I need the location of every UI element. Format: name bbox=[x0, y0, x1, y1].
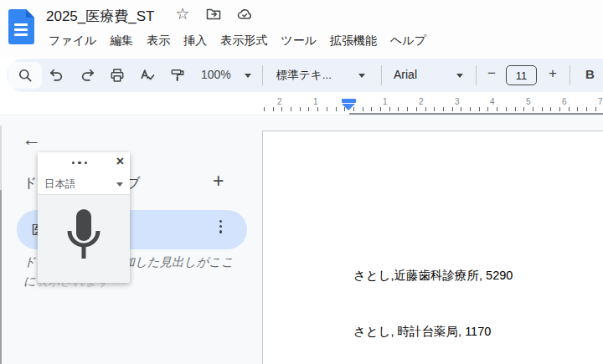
menu-view[interactable]: 表示 bbox=[140, 31, 177, 51]
font-size-decrease-button[interactable]: − bbox=[487, 65, 496, 82]
bold-button[interactable]: B bbox=[585, 67, 595, 81]
menu-insert[interactable]: 挿入 bbox=[177, 31, 214, 51]
styles-caret-icon bbox=[358, 74, 365, 78]
tab-options-kebab-icon[interactable] bbox=[219, 220, 222, 233]
zoom-caret-icon bbox=[245, 74, 251, 78]
menu-format[interactable]: 表示形式 bbox=[214, 31, 274, 51]
star-icon[interactable]: ☆ bbox=[174, 6, 191, 23]
left-indent-marker[interactable] bbox=[342, 104, 355, 110]
voice-dialog-titlebar[interactable]: × bbox=[38, 152, 130, 173]
drag-handle-dots-icon[interactable] bbox=[72, 161, 87, 164]
menu-bar: ファイル 編集 表示 挿入 表示形式 ツール 拡張機能 ヘルプ bbox=[42, 31, 433, 51]
undo-icon[interactable] bbox=[49, 67, 65, 84]
toolbar-divider bbox=[262, 65, 263, 85]
language-selector[interactable]: 日本語 bbox=[38, 173, 130, 195]
microphone-button[interactable] bbox=[65, 209, 102, 264]
redo-icon[interactable] bbox=[79, 67, 95, 84]
google-docs-logo-icon[interactable] bbox=[8, 9, 34, 44]
ruler-number: 4 bbox=[490, 97, 495, 106]
menu-tools[interactable]: ツール bbox=[274, 31, 323, 51]
print-icon[interactable] bbox=[109, 67, 126, 84]
header: 2025_医療費_ST ☆ ファイル 編集 表示 挿入 表示形式 ツー bbox=[0, 0, 603, 57]
spellcheck-icon[interactable] bbox=[139, 67, 156, 84]
font-size-input[interactable]: 11 bbox=[506, 65, 537, 85]
paragraph-styles-select[interactable]: 標準テキ... bbox=[276, 68, 332, 83]
ruler: 2 1 1 2 3 4 5 6 7 bbox=[0, 94, 603, 115]
add-tab-button[interactable]: + bbox=[213, 170, 224, 192]
menu-help[interactable]: ヘルプ bbox=[384, 31, 433, 51]
ruler-number: 1 bbox=[313, 97, 318, 106]
ruler-number: 5 bbox=[526, 97, 531, 106]
menu-edit[interactable]: 編集 bbox=[103, 31, 140, 51]
placeholder-line2-start: に bbox=[23, 274, 36, 288]
font-family-select[interactable]: Arial bbox=[394, 68, 417, 81]
menu-extensions[interactable]: 拡張機能 bbox=[323, 31, 384, 51]
document-title[interactable]: 2025_医療費_ST bbox=[46, 7, 154, 26]
document-text: さとし,近藤歯科診療所, 5290 さとし, 時計台薬局, 1170 サトシ, … bbox=[353, 228, 516, 364]
doc-line: さとし, 時計台薬局, 1170 bbox=[353, 322, 516, 341]
doc-line: さとし,近藤歯科診療所, 5290 bbox=[353, 266, 516, 285]
panel-edge-line bbox=[0, 126, 2, 190]
zoom-select[interactable]: 100% bbox=[201, 68, 231, 81]
ruler-number: 3 bbox=[455, 97, 460, 106]
move-folder-icon[interactable] bbox=[205, 6, 222, 23]
toolbar-divider bbox=[381, 65, 382, 85]
cloud-status-icon[interactable] bbox=[236, 6, 253, 23]
font-caret-icon bbox=[456, 74, 463, 78]
toolbar: 100% 標準テキ... Arial − 11 + B bbox=[7, 59, 603, 92]
language-value: 日本語 bbox=[44, 177, 76, 192]
menu-file[interactable]: ファイル bbox=[42, 31, 103, 51]
font-size-increase-button[interactable]: + bbox=[549, 65, 557, 82]
first-line-indent-marker[interactable] bbox=[342, 99, 356, 103]
ruler-number: 2 bbox=[419, 97, 424, 106]
back-arrow-icon[interactable]: ← bbox=[22, 130, 41, 148]
google-docs-window: 2025_医療費_ST ☆ ファイル 編集 表示 挿入 表示形式 ツー bbox=[0, 0, 603, 364]
toolbar-divider bbox=[570, 65, 570, 85]
search-icon[interactable] bbox=[17, 67, 34, 84]
ruler-ticks bbox=[264, 107, 603, 111]
ruler-number: 2 bbox=[277, 97, 282, 106]
ruler-margin-line bbox=[349, 113, 603, 115]
voice-typing-dialog: × 日本語 bbox=[38, 152, 130, 283]
paint-format-icon[interactable] bbox=[169, 67, 186, 84]
ruler-number: 1 bbox=[383, 97, 388, 106]
panel-edge-line bbox=[0, 190, 2, 364]
mic-body bbox=[76, 209, 91, 241]
document-page[interactable]: さとし,近藤歯科診療所, 5290 さとし, 時計台薬局, 1170 サトシ, … bbox=[262, 131, 603, 364]
close-icon[interactable]: × bbox=[116, 154, 124, 169]
ruler-number: 6 bbox=[562, 97, 567, 106]
language-caret-icon bbox=[116, 182, 123, 187]
ruler-number: 7 bbox=[598, 97, 603, 106]
toolbar-divider bbox=[476, 65, 477, 85]
